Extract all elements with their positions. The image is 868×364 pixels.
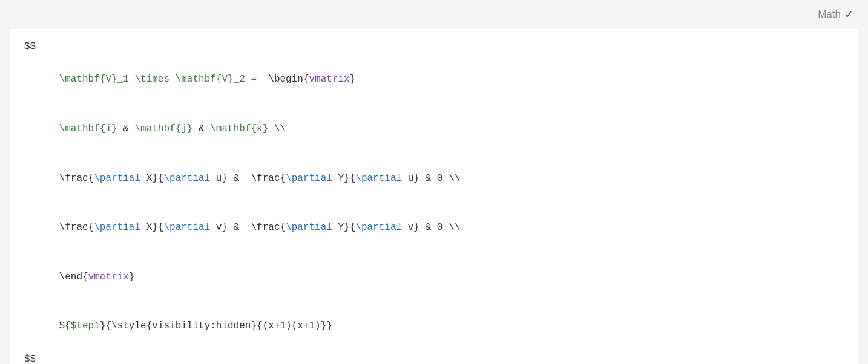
code-line-7: ${$tep1}{\style{visibility:hidden}{(x+1)…	[24, 302, 844, 351]
main-container: Math ✓ $$ \mathbf{V}_1 \times \mathbf{V}…	[0, 0, 868, 364]
code-line-2: \mathbf{V}_1 \times \mathbf{V}_2 = \begi…	[24, 55, 844, 105]
math-checkmark: ✓	[844, 8, 853, 21]
code-line-6: \end{vmatrix}	[24, 252, 844, 302]
code-line-1: $$	[24, 39, 844, 55]
code-line-4: \frac{\partial X}{\partial u} & \frac{\p…	[24, 154, 844, 203]
code-editor[interactable]: $$ \mathbf{V}_1 \times \mathbf{V}_2 = \b…	[10, 29, 858, 364]
math-label: Math	[818, 8, 841, 21]
code-line-5: \frac{\partial X}{\partial v} & \frac{\p…	[24, 203, 844, 253]
code-line-8: $$	[24, 351, 844, 364]
code-line-3: \mathbf{i} & \mathbf{j} & \mathbf{k} \\	[24, 105, 844, 154]
math-button[interactable]: Math ✓	[813, 5, 858, 24]
top-bar: Math ✓	[0, 0, 868, 29]
